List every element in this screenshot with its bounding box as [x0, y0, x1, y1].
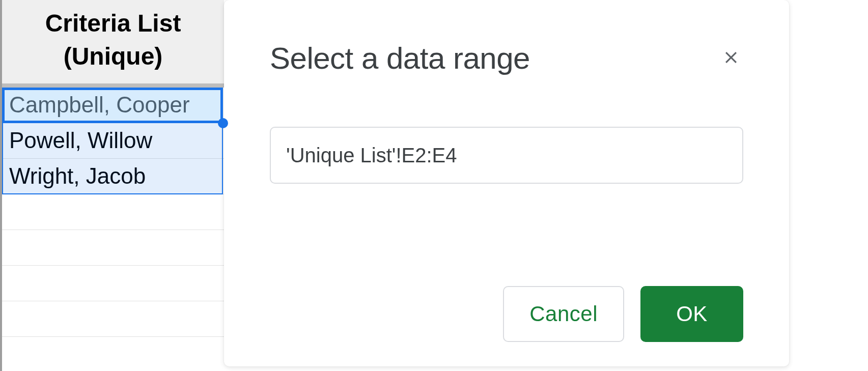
empty-cell[interactable]	[2, 337, 224, 371]
cells-container: Campbell, Cooper Powell, Willow Wright, …	[2, 88, 224, 371]
close-icon	[722, 49, 740, 68]
cell-e4[interactable]: Wright, Jacob	[2, 159, 224, 194]
ok-button[interactable]: OK	[640, 286, 743, 342]
empty-cell[interactable]	[2, 194, 224, 230]
select-data-range-dialog: Select a data range Cancel OK	[224, 0, 789, 366]
dialog-title: Select a data range	[270, 41, 530, 76]
cell-value: Campbell, Cooper	[9, 92, 190, 118]
column-header: Criteria List (Unique)	[2, 0, 224, 88]
cell-e2[interactable]: Campbell, Cooper	[2, 88, 224, 123]
cell-value: Powell, Willow	[9, 128, 152, 153]
spreadsheet-column: Criteria List (Unique) Campbell, Cooper …	[0, 0, 224, 371]
data-range-input[interactable]	[270, 127, 743, 184]
dialog-header: Select a data range	[270, 41, 743, 76]
dialog-footer: Cancel OK	[503, 286, 743, 342]
cancel-button[interactable]: Cancel	[503, 286, 624, 342]
empty-cell[interactable]	[2, 301, 224, 337]
header-line-2: (Unique)	[64, 43, 163, 70]
empty-cell[interactable]	[2, 266, 224, 301]
close-button[interactable]	[719, 46, 743, 71]
cell-e3[interactable]: Powell, Willow	[2, 123, 224, 159]
header-line-1: Criteria List	[45, 10, 181, 37]
cell-value: Wright, Jacob	[9, 163, 146, 189]
empty-cell[interactable]	[2, 230, 224, 266]
